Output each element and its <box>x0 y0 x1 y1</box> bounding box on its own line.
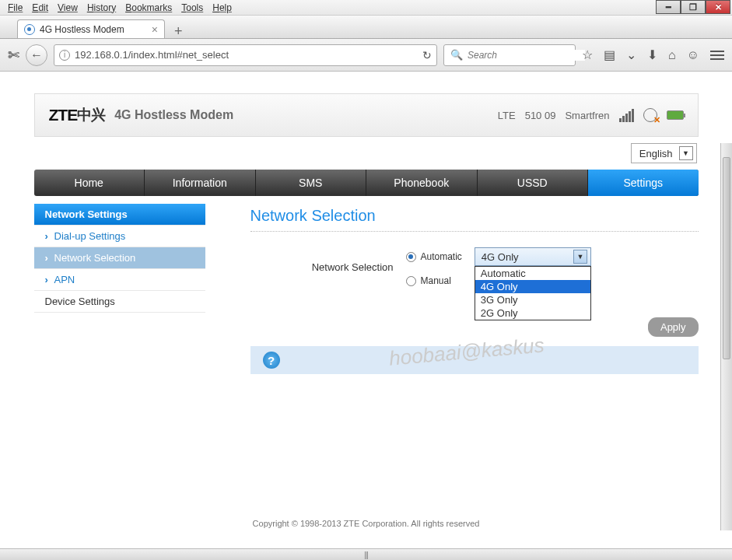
maximize-button[interactable]: ❐ <box>681 0 706 14</box>
address-bar: ✄ ← i ↻ 🔍 ☆ ▤ ⌄ ⬇ ⌂ ☺ <box>0 39 732 72</box>
nav-information[interactable]: Information <box>145 170 256 196</box>
menu-file[interactable]: File <box>3 2 27 14</box>
bookmark-star-icon[interactable]: ☆ <box>582 47 593 62</box>
network-mode-select[interactable]: 4G Only ▼ <box>475 247 591 266</box>
select-value: 4G Only <box>482 251 519 263</box>
page-viewport: ZTE中兴 4G Hostless Modem LTE 510 09 Smart… <box>0 72 732 542</box>
menu-bookmarks[interactable]: Bookmarks <box>121 2 177 14</box>
scissors-icon[interactable]: ✄ <box>8 47 19 64</box>
option-automatic[interactable]: Automatic <box>475 267 590 280</box>
language-value: English <box>639 148 673 159</box>
search-input[interactable] <box>468 50 585 61</box>
home-icon[interactable]: ⌂ <box>668 48 676 62</box>
site-info-icon[interactable]: i <box>59 50 70 61</box>
scrollbar-thumb[interactable] <box>723 157 730 359</box>
search-icon: 🔍 <box>450 49 463 61</box>
chat-icon[interactable]: ☺ <box>687 48 699 62</box>
sidebar-head-device[interactable]: Device Settings <box>34 291 205 313</box>
reload-icon[interactable]: ↻ <box>422 49 432 61</box>
main-nav: Home Information SMS Phonebook USSD Sett… <box>34 170 699 196</box>
radio-automatic[interactable] <box>406 252 416 262</box>
window-controls: ━ ❐ ✕ <box>656 0 730 14</box>
menu-icon[interactable] <box>710 51 724 60</box>
radio-manual[interactable] <box>406 276 416 286</box>
network-mode-dropdown: Automatic 4G Only 3G Only 2G Only <box>475 266 591 320</box>
status-group: LTE 510 09 Smartfren <box>498 108 684 122</box>
downloads-icon[interactable]: ⬇ <box>647 47 657 62</box>
divider <box>250 231 699 232</box>
content-area: Network Selection Network Selection Auto… <box>205 204 699 374</box>
tab-title: 4G Hostless Modem <box>40 24 124 35</box>
form-label-netselect: Network Selection <box>250 261 406 273</box>
horizontal-scrollbar[interactable]: ||| <box>0 548 732 560</box>
sidebar: Network Settings Dial-up Settings Networ… <box>34 204 205 374</box>
radio-manual-label: Manual <box>421 275 451 286</box>
signal-icon <box>619 109 634 122</box>
sidebar-head-network[interactable]: Network Settings <box>34 204 205 226</box>
nav-sms[interactable]: SMS <box>256 170 367 196</box>
tab-close-icon[interactable]: × <box>152 24 158 35</box>
url-field[interactable]: i ↻ <box>54 44 437 66</box>
logo: ZTE中兴 <box>49 105 106 125</box>
sidebar-item-netselection[interactable]: Network Selection <box>34 247 205 269</box>
chevron-down-icon: ▼ <box>573 250 587 264</box>
product-name: 4G Hostless Modem <box>114 108 233 122</box>
nav-back-button[interactable]: ← <box>26 44 47 66</box>
battery-icon <box>667 110 684 120</box>
browser-tab[interactable]: 4G Hostless Modem × <box>17 19 165 38</box>
minimize-button[interactable]: ━ <box>656 0 681 14</box>
reading-list-icon[interactable]: ▤ <box>604 47 615 62</box>
menubar: File Edit View History Bookmarks Tools H… <box>0 0 732 16</box>
nav-home[interactable]: Home <box>34 170 145 196</box>
search-field[interactable]: 🔍 <box>443 44 576 66</box>
new-tab-button[interactable]: + <box>170 24 187 38</box>
menu-view[interactable]: View <box>53 2 82 14</box>
logo-cn: 中兴 <box>77 105 105 125</box>
option-2g-only[interactable]: 2G Only <box>475 306 590 320</box>
status-operator: Smartfren <box>565 110 609 121</box>
menu-edit[interactable]: Edit <box>27 2 53 14</box>
apply-button[interactable]: Apply <box>648 317 699 337</box>
radio-automatic-label: Automatic <box>421 251 462 262</box>
url-input[interactable] <box>75 49 418 61</box>
help-icon[interactable]: ? <box>263 352 280 369</box>
toolbar-icons: ☆ ▤ ⌄ ⬇ ⌂ ☺ <box>582 47 724 62</box>
globe-error-icon <box>643 108 657 122</box>
favicon-icon <box>24 24 35 35</box>
sidebar-item-dialup[interactable]: Dial-up Settings <box>34 226 205 247</box>
help-bar: ? <box>250 346 699 374</box>
scrollbar-grip-icon: ||| <box>364 551 368 559</box>
vertical-scrollbar[interactable] <box>720 143 732 530</box>
option-3g-only[interactable]: 3G Only <box>475 293 590 306</box>
menu-history[interactable]: History <box>82 2 121 14</box>
menu-help[interactable]: Help <box>208 2 236 14</box>
chevron-down-icon: ▼ <box>679 146 693 160</box>
status-net: LTE <box>498 110 516 121</box>
nav-phonebook[interactable]: Phonebook <box>366 170 478 196</box>
menu-tools[interactable]: Tools <box>177 2 208 14</box>
nav-ussd[interactable]: USSD <box>478 170 589 196</box>
sidebar-item-apn[interactable]: APN <box>34 269 205 291</box>
logo-text: ZTE <box>49 106 78 124</box>
tab-strip: 4G Hostless Modem × + <box>0 16 732 39</box>
close-button[interactable]: ✕ <box>706 0 730 14</box>
page-title: Network Selection <box>250 207 699 225</box>
status-plmn: 510 09 <box>525 110 556 121</box>
language-select[interactable]: English ▼ <box>631 143 697 163</box>
option-4g-only[interactable]: 4G Only <box>475 280 590 293</box>
nav-settings[interactable]: Settings <box>588 170 699 196</box>
device-header: ZTE中兴 4G Hostless Modem LTE 510 09 Smart… <box>34 93 699 137</box>
pocket-icon[interactable]: ⌄ <box>626 47 636 62</box>
footer: Copyright © 1998-2013 ZTE Corporation. A… <box>0 519 732 528</box>
